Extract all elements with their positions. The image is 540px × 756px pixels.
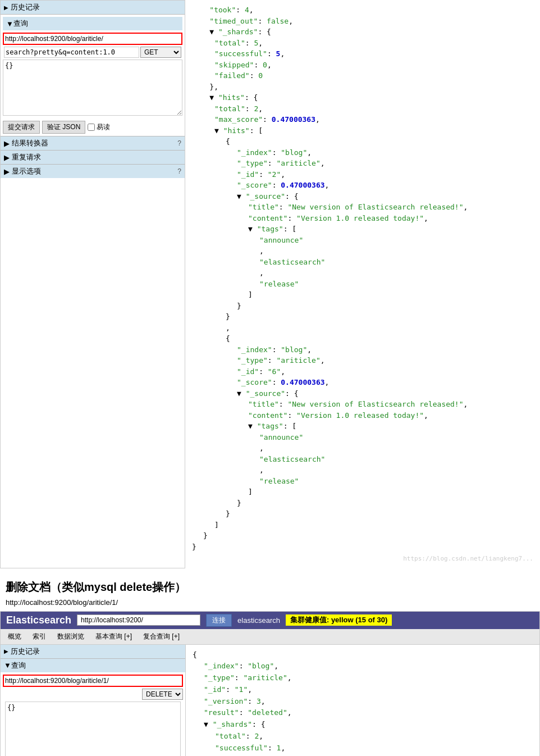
- action-row-top: 提交请求 验证 JSON 易读: [3, 121, 182, 134]
- url-input-top[interactable]: [5, 35, 180, 43]
- history-row-top[interactable]: ▶ 历史记录: [1, 1, 185, 15]
- options-label: 显示选项: [12, 166, 41, 176]
- es-history-label: 历史记录: [11, 646, 40, 657]
- nav-compound-query[interactable]: 复合查询 [+]: [138, 630, 185, 643]
- url-row-top: [3, 33, 182, 45]
- es-body: ▶ 历史记录 ▼ 查询 DELETE GET POST PUT: [1, 645, 539, 757]
- es-url-row: [3, 675, 183, 687]
- nav-overview[interactable]: 概览: [3, 630, 26, 643]
- nav-index[interactable]: 索引: [28, 630, 51, 643]
- es-method-select[interactable]: DELETE GET POST PUT: [143, 689, 182, 699]
- es-connect-btn[interactable]: 连接: [206, 614, 232, 627]
- es-url-input[interactable]: [77, 614, 200, 626]
- url-query-input-top[interactable]: [4, 47, 139, 58]
- easy-read-label-top[interactable]: 易读: [88, 122, 110, 132]
- query-section-top: ▼ 查询 GET POST PUT DELETE {}: [1, 15, 185, 136]
- body-textarea-top[interactable]: {}: [3, 60, 182, 116]
- repeat-triangle: ▶: [4, 153, 10, 162]
- watermark: https://blog.csdn.net/liangkeng7...: [192, 554, 533, 564]
- query-triangle-top: ▼: [6, 20, 13, 28]
- options-triangle: ▶: [4, 167, 10, 176]
- delete-url: http://localhost:9200/blog/ariticle/1/: [6, 598, 534, 607]
- method-select-top[interactable]: GET POST PUT DELETE: [141, 47, 181, 57]
- es-cluster-name: elasticsearch: [237, 616, 280, 625]
- transform-row[interactable]: ▶ 结果转换器 ?: [1, 136, 185, 150]
- es-query-header[interactable]: ▼ 查询: [1, 659, 185, 672]
- es-history-triangle: ▶: [4, 648, 8, 654]
- es-panel: Elasticsearch 连接 elasticsearch 集群健康值: ye…: [0, 611, 540, 757]
- es-header: Elasticsearch 连接 elasticsearch 集群健康值: ye…: [1, 612, 539, 629]
- query-label-top: 查询: [13, 19, 28, 29]
- delete-section: 删除文档（类似mysql delete操作） http://localhost:…: [0, 568, 540, 611]
- es-method-container: DELETE GET POST PUT: [142, 689, 183, 700]
- repeat-label: 重复请求: [12, 152, 41, 162]
- es-url-input-query[interactable]: [5, 677, 181, 685]
- transform-triangle: ▶: [4, 139, 10, 148]
- nav-basic-query[interactable]: 基本查询 [+]: [90, 630, 137, 643]
- nav-data-browse[interactable]: 数据浏览: [52, 630, 89, 643]
- repeat-row[interactable]: ▶ 重复请求: [1, 150, 185, 164]
- delete-title: 删除文档（类似mysql delete操作）: [6, 580, 534, 595]
- easy-read-checkbox-top[interactable]: [88, 124, 95, 131]
- validate-btn-top[interactable]: 验证 JSON: [42, 121, 85, 134]
- es-json-output: { "_index": "blog", "_type": "ariticle",…: [186, 645, 539, 757]
- history-label-top: 历史记录: [11, 2, 40, 12]
- es-nav: 概览 索引 数据浏览 基本查询 [+] 复合查询 [+]: [1, 629, 539, 645]
- es-query-triangle: ▼: [4, 661, 11, 670]
- transform-help[interactable]: ?: [177, 139, 181, 147]
- es-logo: Elasticsearch: [6, 614, 71, 626]
- es-health-badge: 集群健康值: yellow (15 of 30): [286, 614, 392, 626]
- options-row[interactable]: ▶ 显示选项 ?: [1, 164, 185, 178]
- query-header-top[interactable]: ▼ 查询: [3, 17, 182, 30]
- transform-label: 结果转换器: [12, 138, 48, 148]
- submit-btn-top[interactable]: 提交请求: [3, 121, 40, 134]
- es-body-textarea[interactable]: {}: [5, 702, 181, 757]
- history-triangle-top: ▶: [4, 4, 8, 11]
- es-query-label: 查询: [11, 661, 26, 671]
- method-container-top: GET POST PUT DELETE: [140, 47, 181, 58]
- es-history-row[interactable]: ▶ 历史记录: [1, 645, 185, 659]
- es-left-panel: ▶ 历史记录 ▼ 查询 DELETE GET POST PUT: [1, 645, 186, 757]
- json-output-top: "took": 4, "timed_out": false, ▼ "_shard…: [185, 0, 540, 568]
- options-help[interactable]: ?: [177, 167, 181, 175]
